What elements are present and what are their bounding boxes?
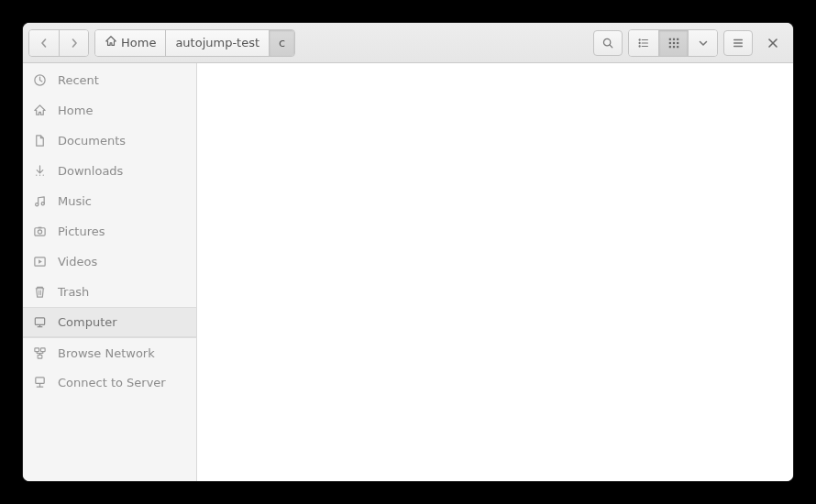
headerbar: Home autojump-test c xyxy=(23,23,793,63)
sidebar-item-browse-network[interactable]: Browse Network xyxy=(23,337,196,367)
server-icon xyxy=(32,376,47,390)
sidebar-item-label: Recent xyxy=(58,73,99,87)
sidebar-item-music[interactable]: Music xyxy=(23,186,196,216)
svg-line-1 xyxy=(610,44,612,47)
sidebar-item-label: Videos xyxy=(58,255,97,268)
sidebar-item-label: Pictures xyxy=(58,225,105,238)
svg-point-2 xyxy=(639,38,640,39)
sidebar-item-connect-to-server[interactable]: Connect to Server xyxy=(23,367,196,398)
network-icon xyxy=(32,345,47,360)
svg-point-26 xyxy=(35,203,38,206)
downloads-icon xyxy=(32,164,47,179)
svg-rect-30 xyxy=(38,227,41,229)
sidebar-item-label: Downloads xyxy=(58,164,123,178)
music-icon xyxy=(32,194,47,209)
videos-icon xyxy=(32,255,47,269)
sidebar-item-label: Home xyxy=(58,104,93,117)
hamburger-icon xyxy=(732,37,744,49)
breadcrumb: Home autojump-test c xyxy=(94,29,295,57)
svg-rect-37 xyxy=(34,347,39,351)
chevron-right-icon xyxy=(70,38,79,48)
chevron-left-icon xyxy=(39,38,49,48)
svg-point-25 xyxy=(42,175,43,176)
svg-point-23 xyxy=(36,175,37,176)
home-icon xyxy=(105,35,117,50)
documents-icon xyxy=(32,134,47,148)
sidebar-item-label: Trash xyxy=(58,285,89,299)
close-button[interactable] xyxy=(758,30,788,56)
view-options-dropdown[interactable] xyxy=(688,30,717,56)
breadcrumb-segment[interactable]: autojump-test xyxy=(165,30,269,56)
sidebar-item-documents[interactable]: Documents xyxy=(23,126,196,156)
body: Recent Home Documents Downloads xyxy=(23,63,793,481)
search-icon xyxy=(601,37,614,49)
svg-rect-38 xyxy=(40,347,45,351)
toolbar-right xyxy=(593,29,788,57)
svg-rect-15 xyxy=(672,46,674,48)
close-icon xyxy=(767,38,778,49)
breadcrumb-home-label: Home xyxy=(121,36,156,49)
svg-rect-8 xyxy=(668,38,670,39)
grid-view-button[interactable] xyxy=(658,30,688,56)
clock-icon xyxy=(32,73,47,88)
sidebar-item-trash[interactable]: Trash xyxy=(23,277,196,307)
sidebar-item-computer[interactable]: Computer xyxy=(23,307,196,337)
hamburger-menu-button[interactable] xyxy=(723,30,753,56)
sidebar-item-label: Browse Network xyxy=(58,346,155,360)
svg-rect-40 xyxy=(35,378,43,384)
sidebar-item-label: Computer xyxy=(58,315,117,329)
sidebar-item-recent[interactable]: Recent xyxy=(23,65,196,95)
sidebar-item-home[interactable]: Home xyxy=(23,95,196,126)
file-manager-window: Home autojump-test c xyxy=(23,23,793,481)
sidebar-item-downloads[interactable]: Downloads xyxy=(23,156,196,186)
breadcrumb-segment-label: autojump-test xyxy=(175,36,259,49)
computer-icon xyxy=(32,315,47,330)
svg-rect-9 xyxy=(672,38,674,39)
back-button[interactable] xyxy=(29,30,59,56)
places-sidebar: Recent Home Documents Downloads xyxy=(23,63,197,481)
svg-rect-11 xyxy=(668,41,670,43)
trash-icon xyxy=(32,285,47,300)
svg-point-6 xyxy=(639,45,640,46)
svg-rect-39 xyxy=(38,355,42,358)
svg-point-27 xyxy=(41,203,44,205)
breadcrumb-segment-current[interactable]: c xyxy=(269,30,294,56)
grid-view-icon xyxy=(667,37,680,49)
svg-point-4 xyxy=(639,42,640,43)
list-view-icon xyxy=(637,37,650,49)
svg-rect-34 xyxy=(35,318,44,325)
pictures-icon xyxy=(32,225,47,239)
breadcrumb-segment-label: c xyxy=(279,36,285,49)
svg-rect-10 xyxy=(677,38,678,39)
view-mode-group xyxy=(628,29,718,57)
sidebar-item-label: Music xyxy=(58,194,92,208)
svg-rect-12 xyxy=(672,41,674,43)
forward-button[interactable] xyxy=(59,30,88,56)
sidebar-item-pictures[interactable]: Pictures xyxy=(23,216,196,247)
nav-buttons xyxy=(28,29,89,57)
svg-point-29 xyxy=(38,230,41,234)
list-view-button[interactable] xyxy=(629,30,658,56)
svg-rect-14 xyxy=(668,46,670,48)
sidebar-item-label: Connect to Server xyxy=(58,376,166,389)
svg-rect-13 xyxy=(677,41,678,43)
svg-rect-28 xyxy=(34,228,44,236)
home-icon xyxy=(32,104,47,118)
chevron-down-icon xyxy=(699,38,708,48)
sidebar-item-label: Documents xyxy=(58,134,126,148)
search-button[interactable] xyxy=(593,30,623,56)
svg-point-24 xyxy=(39,175,39,176)
sidebar-item-videos[interactable]: Videos xyxy=(23,247,196,277)
svg-rect-16 xyxy=(677,46,678,48)
folder-content-area[interactable] xyxy=(197,63,793,481)
breadcrumb-home[interactable]: Home xyxy=(95,30,165,56)
